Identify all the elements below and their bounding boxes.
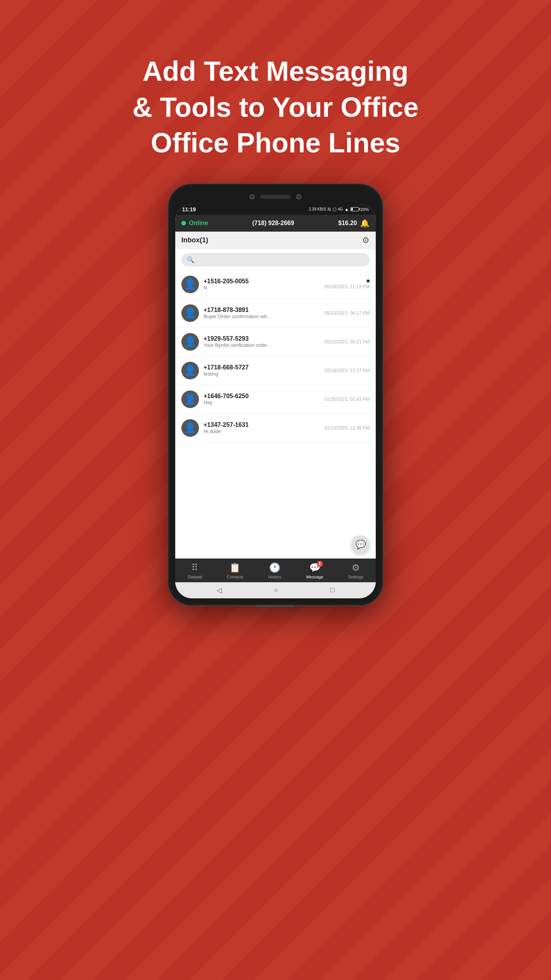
phone-number-display: (718) 928-2669	[252, 220, 294, 227]
message-meta: 06/28/2023, 11:19 PM	[324, 279, 370, 289]
data-speed: 2.39 KB/S	[309, 207, 326, 211]
message-item[interactable]: 👤 +1516-205-0055 N 06/28/2023, 11:19 PM	[175, 270, 376, 299]
hero-line3: Office Phone Lines	[151, 127, 400, 158]
nav-item-dialpad[interactable]: ⠿ Dialpad	[187, 562, 202, 579]
nav-label: History	[268, 575, 281, 579]
avatar: 👤	[181, 304, 199, 322]
contact-number: +1718-668-5727	[204, 364, 320, 371]
online-label: Online	[189, 220, 208, 227]
message-item[interactable]: 👤 +1646-705-6250 Hey 01/25/2023, 02:43 P…	[175, 385, 376, 414]
unread-dot	[367, 279, 370, 283]
message-content: +1646-705-6250 Hey	[204, 393, 320, 405]
bluetooth-icon: ⬡	[333, 207, 336, 212]
nav-item-contacts[interactable]: 📋 Contacts	[227, 562, 243, 579]
home-button[interactable]: ○	[274, 586, 278, 594]
message-preview: Your Bynfor verification code is...	[204, 342, 272, 348]
contact-number: +1347-257-1631	[204, 421, 320, 428]
message-content: +1718-878-3891 Buyer Order confirmation …	[204, 307, 320, 319]
dialpad-icon: ⠿	[191, 562, 198, 573]
phone-screen: 11:19 2.39 KB/S N ⬡ 4G ▲ 20% Online	[175, 204, 376, 598]
avatar: 👤	[181, 362, 199, 379]
header-right: $16.20 🔔	[338, 219, 370, 228]
nav-item-message[interactable]: 💬 1 Message	[306, 562, 323, 579]
message-item[interactable]: 👤 +1718-668-5727 testing 02/19/2023, 12:…	[175, 356, 376, 385]
message-meta: 01/25/2023, 02:43 PM	[324, 397, 370, 402]
history-icon: 🕐	[269, 562, 280, 573]
lte-icon: 4G	[338, 207, 343, 211]
message-content: +1347-257-1631 Hi dude	[204, 421, 320, 434]
settings-gear-icon[interactable]: ⚙	[362, 235, 370, 245]
nav-icon-wrap: 💬 1	[309, 562, 321, 573]
message-preview: Hi dude	[204, 428, 272, 434]
message-time: 01/15/2023, 12:48 PM	[324, 425, 370, 431]
nav-label: Contacts	[227, 575, 243, 579]
bell-icon[interactable]: 🔔	[360, 219, 370, 228]
header-status-area: Online	[181, 220, 208, 227]
message-content: +1929-557-5293 Your Bynfor verification …	[204, 335, 320, 348]
inbox-bar: Inbox(1) ⚙	[175, 232, 376, 249]
back-button[interactable]: ◁	[217, 586, 222, 595]
search-bar-area: 🔍	[175, 249, 376, 270]
message-time: 02/19/2023, 12:27 PM	[324, 368, 370, 373]
phone-frame: 11:19 2.39 KB/S N ⬡ 4G ▲ 20% Online	[168, 184, 383, 605]
compose-icon: 💬	[355, 540, 366, 550]
app-header: Online (718) 928-2669 $16.20 🔔	[175, 215, 376, 232]
recents-button[interactable]: □	[330, 586, 334, 594]
nav-label: Message	[306, 575, 323, 579]
nav-item-settings[interactable]: ⚙ Settings	[348, 562, 364, 579]
message-preview: Buyer Order confirmation with O...	[204, 314, 272, 319]
message-time: 06/28/2023, 11:19 PM	[324, 284, 370, 289]
hero-line2: & Tools to Your Office	[132, 92, 419, 122]
hero-line1: Add Text Messaging	[143, 56, 409, 87]
balance-display: $16.20	[338, 220, 357, 227]
contact-number: +1718-878-3891	[204, 307, 320, 314]
message-meta: 01/15/2023, 12:48 PM	[324, 425, 370, 431]
battery-icon	[350, 207, 359, 211]
message-meta: 02/19/2023, 12:27 PM	[324, 368, 370, 373]
phone-mockup: 11:19 2.39 KB/S N ⬡ 4G ▲ 20% Online	[168, 184, 383, 605]
inbox-title: Inbox(1)	[181, 236, 208, 244]
contact-number: +1516-205-0055	[204, 278, 320, 285]
nfc-icon: N	[328, 207, 331, 212]
avatar-icon: 👤	[184, 393, 196, 405]
system-nav-bar: ◁ ○ □	[175, 582, 376, 598]
nav-item-history[interactable]: 🕐 History	[268, 562, 281, 579]
message-time: 01/25/2023, 02:43 PM	[324, 397, 370, 402]
message-item[interactable]: 👤 +1929-557-5293 Your Bynfor verificatio…	[175, 328, 376, 356]
status-time: 11:19	[182, 206, 196, 212]
bottom-nav: ⠿ Dialpad 📋 Contacts 🕐 History 💬 1 Messa…	[175, 559, 376, 582]
earpiece-speaker	[260, 195, 291, 199]
nav-badge: 1	[317, 561, 323, 567]
phone-notch	[175, 191, 376, 203]
status-bar: 11:19 2.39 KB/S N ⬡ 4G ▲ 20%	[175, 204, 376, 215]
hero-text: Add Text Messaging & Tools to Your Offic…	[103, 54, 448, 161]
message-content: +1516-205-0055 N	[204, 278, 320, 291]
online-indicator	[181, 221, 186, 225]
settings-icon: ⚙	[352, 562, 360, 573]
message-item[interactable]: 👤 +1347-257-1631 Hi dude 01/15/2023, 12:…	[175, 414, 376, 443]
avatar: 👤	[181, 419, 199, 437]
fab-area: 💬	[175, 532, 376, 559]
avatar-icon: 👤	[184, 307, 196, 319]
message-item[interactable]: 👤 +1718-878-3891 Buyer Order confirmatio…	[175, 299, 376, 328]
message-content: +1718-668-5727 testing	[204, 364, 320, 377]
compose-button[interactable]: 💬	[351, 536, 370, 554]
search-input-wrap[interactable]: 🔍	[181, 253, 370, 266]
message-time: 05/23/2023, 04:17 PM	[324, 310, 370, 316]
contact-number: +1646-705-6250	[204, 393, 320, 400]
status-right-icons: 2.39 KB/S N ⬡ 4G ▲ 20%	[309, 207, 369, 212]
contact-number: +1929-557-5293	[204, 335, 320, 342]
battery-pct: 20%	[360, 207, 369, 212]
message-list: 👤 +1516-205-0055 N 06/28/2023, 11:19 PM …	[175, 270, 376, 532]
avatar-icon: 👤	[184, 278, 196, 290]
message-preview: Hey	[204, 400, 272, 405]
message-time: 05/22/2023, 04:21 PM	[324, 339, 370, 345]
avatar: 👤	[181, 390, 199, 408]
search-icon: 🔍	[187, 256, 194, 263]
nav-icon-wrap: ⚙	[352, 562, 360, 573]
nav-label: Dialpad	[187, 575, 202, 579]
avatar: 👤	[181, 333, 199, 351]
message-preview: testing	[204, 371, 272, 377]
avatar-icon: 👤	[184, 364, 196, 376]
nav-icon-wrap: 📋	[229, 562, 241, 573]
